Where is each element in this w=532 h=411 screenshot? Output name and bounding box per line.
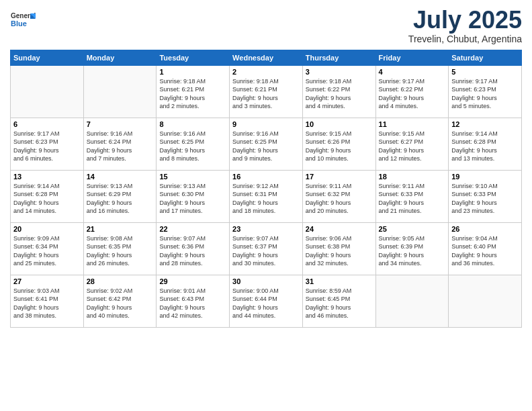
day-info: Sunrise: 9:15 AM Sunset: 6:26 PM Dayligh…: [306, 130, 373, 163]
calendar-week-row: 13Sunrise: 9:14 AM Sunset: 6:28 PM Dayli…: [11, 170, 522, 222]
day-number: 8: [159, 120, 226, 128]
logo: General Blue: [10, 7, 38, 32]
day-number: 30: [232, 277, 300, 285]
table-row: 21Sunrise: 9:08 AM Sunset: 6:35 PM Dayli…: [83, 222, 157, 275]
table-row: [449, 275, 522, 327]
day-number: 3: [306, 68, 373, 76]
table-row: 25Sunrise: 9:05 AM Sunset: 6:39 PM Dayli…: [375, 222, 449, 275]
table-row: 29Sunrise: 9:01 AM Sunset: 6:43 PM Dayli…: [157, 275, 230, 327]
day-info: Sunrise: 9:14 AM Sunset: 6:28 PM Dayligh…: [13, 182, 81, 216]
table-row: 9Sunrise: 9:16 AM Sunset: 6:25 PM Daylig…: [230, 118, 303, 170]
col-sunday: Sunday: [11, 50, 84, 65]
table-row: 20Sunrise: 9:09 AM Sunset: 6:34 PM Dayli…: [11, 222, 84, 275]
day-number: 19: [451, 173, 519, 181]
table-row: 13Sunrise: 9:14 AM Sunset: 6:28 PM Dayli…: [11, 170, 84, 222]
col-saturday: Saturday: [449, 50, 522, 65]
table-row: 28Sunrise: 9:02 AM Sunset: 6:42 PM Dayli…: [83, 275, 157, 327]
calendar-week-row: 20Sunrise: 9:09 AM Sunset: 6:34 PM Dayli…: [11, 222, 522, 275]
calendar-week-row: 27Sunrise: 9:03 AM Sunset: 6:41 PM Dayli…: [11, 275, 522, 327]
day-info: Sunrise: 9:18 AM Sunset: 6:22 PM Dayligh…: [306, 77, 373, 111]
location-title: Trevelin, Chubut, Argentina: [408, 34, 522, 44]
day-number: 17: [306, 173, 373, 181]
table-row: [83, 65, 157, 118]
col-wednesday: Wednesday: [230, 50, 303, 65]
day-number: 29: [159, 277, 226, 285]
table-row: [11, 65, 84, 118]
day-info: Sunrise: 9:05 AM Sunset: 6:39 PM Dayligh…: [379, 234, 446, 268]
table-row: 19Sunrise: 9:10 AM Sunset: 6:33 PM Dayli…: [449, 170, 522, 222]
table-row: 6Sunrise: 9:17 AM Sunset: 6:23 PM Daylig…: [11, 118, 84, 170]
day-info: Sunrise: 9:16 AM Sunset: 6:25 PM Dayligh…: [159, 130, 226, 163]
day-info: Sunrise: 8:59 AM Sunset: 6:45 PM Dayligh…: [306, 287, 373, 320]
table-row: 30Sunrise: 9:00 AM Sunset: 6:44 PM Dayli…: [230, 275, 303, 327]
day-number: 31: [306, 277, 373, 285]
table-row: 23Sunrise: 9:07 AM Sunset: 6:37 PM Dayli…: [230, 222, 303, 275]
day-number: 16: [232, 173, 300, 181]
day-number: 11: [379, 120, 446, 128]
table-row: 22Sunrise: 9:07 AM Sunset: 6:36 PM Dayli…: [157, 222, 230, 275]
day-number: 2: [232, 68, 300, 76]
table-row: 27Sunrise: 9:03 AM Sunset: 6:41 PM Dayli…: [11, 275, 84, 327]
day-info: Sunrise: 9:18 AM Sunset: 6:21 PM Dayligh…: [159, 77, 226, 111]
day-number: 10: [306, 120, 373, 128]
table-row: 3Sunrise: 9:18 AM Sunset: 6:22 PM Daylig…: [302, 65, 375, 118]
day-info: Sunrise: 9:11 AM Sunset: 6:32 PM Dayligh…: [306, 182, 373, 216]
day-info: Sunrise: 9:11 AM Sunset: 6:33 PM Dayligh…: [379, 182, 446, 216]
day-info: Sunrise: 9:03 AM Sunset: 6:41 PM Dayligh…: [13, 287, 81, 320]
page: General Blue July 2025 Trevelin, Chubut,…: [0, 0, 532, 411]
day-number: 22: [159, 225, 226, 233]
day-number: 5: [451, 68, 519, 76]
day-number: 15: [159, 173, 226, 181]
day-number: 27: [13, 277, 81, 285]
day-info: Sunrise: 9:18 AM Sunset: 6:21 PM Dayligh…: [232, 77, 300, 111]
table-row: 17Sunrise: 9:11 AM Sunset: 6:32 PM Dayli…: [302, 170, 375, 222]
col-monday: Monday: [83, 50, 157, 65]
day-number: 13: [13, 173, 81, 181]
day-number: 12: [451, 120, 519, 128]
day-info: Sunrise: 9:06 AM Sunset: 6:38 PM Dayligh…: [306, 234, 373, 268]
table-row: [375, 275, 449, 327]
col-tuesday: Tuesday: [157, 50, 230, 65]
month-title: July 2025: [408, 7, 522, 34]
day-number: 25: [379, 225, 446, 233]
day-info: Sunrise: 9:00 AM Sunset: 6:44 PM Dayligh…: [232, 287, 300, 320]
day-info: Sunrise: 9:13 AM Sunset: 6:29 PM Dayligh…: [87, 182, 154, 216]
day-number: 4: [379, 68, 446, 76]
day-info: Sunrise: 9:17 AM Sunset: 6:22 PM Dayligh…: [379, 77, 446, 111]
day-info: Sunrise: 9:15 AM Sunset: 6:27 PM Dayligh…: [379, 130, 446, 163]
table-row: 5Sunrise: 9:17 AM Sunset: 6:23 PM Daylig…: [449, 65, 522, 118]
table-row: 12Sunrise: 9:14 AM Sunset: 6:28 PM Dayli…: [449, 118, 522, 170]
day-number: 7: [87, 120, 154, 128]
day-number: 14: [87, 173, 154, 181]
table-row: 7Sunrise: 9:16 AM Sunset: 6:24 PM Daylig…: [83, 118, 157, 170]
day-info: Sunrise: 9:17 AM Sunset: 6:23 PM Dayligh…: [13, 130, 81, 163]
day-number: 24: [306, 225, 373, 233]
day-info: Sunrise: 9:08 AM Sunset: 6:35 PM Dayligh…: [87, 234, 154, 268]
day-info: Sunrise: 9:16 AM Sunset: 6:24 PM Dayligh…: [87, 130, 154, 163]
day-number: 21: [87, 225, 154, 233]
day-info: Sunrise: 9:09 AM Sunset: 6:34 PM Dayligh…: [13, 234, 81, 268]
day-number: 9: [232, 120, 300, 128]
table-row: 11Sunrise: 9:15 AM Sunset: 6:27 PM Dayli…: [375, 118, 449, 170]
day-info: Sunrise: 9:12 AM Sunset: 6:31 PM Dayligh…: [232, 182, 300, 216]
table-row: 1Sunrise: 9:18 AM Sunset: 6:21 PM Daylig…: [157, 65, 230, 118]
col-friday: Friday: [375, 50, 449, 65]
title-area: July 2025 Trevelin, Chubut, Argentina: [408, 7, 522, 44]
day-info: Sunrise: 9:07 AM Sunset: 6:36 PM Dayligh…: [159, 234, 226, 268]
calendar-table: Sunday Monday Tuesday Wednesday Thursday…: [10, 50, 522, 328]
table-row: 15Sunrise: 9:13 AM Sunset: 6:30 PM Dayli…: [157, 170, 230, 222]
day-info: Sunrise: 9:10 AM Sunset: 6:33 PM Dayligh…: [451, 182, 519, 216]
table-row: 2Sunrise: 9:18 AM Sunset: 6:21 PM Daylig…: [230, 65, 303, 118]
day-number: 23: [232, 225, 300, 233]
day-info: Sunrise: 9:14 AM Sunset: 6:28 PM Dayligh…: [451, 130, 519, 163]
day-info: Sunrise: 9:16 AM Sunset: 6:25 PM Dayligh…: [232, 130, 300, 163]
table-row: 26Sunrise: 9:04 AM Sunset: 6:40 PM Dayli…: [449, 222, 522, 275]
day-info: Sunrise: 9:02 AM Sunset: 6:42 PM Dayligh…: [87, 287, 154, 320]
day-number: 18: [379, 173, 446, 181]
table-row: 18Sunrise: 9:11 AM Sunset: 6:33 PM Dayli…: [375, 170, 449, 222]
calendar-week-row: 6Sunrise: 9:17 AM Sunset: 6:23 PM Daylig…: [11, 118, 522, 170]
svg-text:Blue: Blue: [11, 19, 27, 28]
table-row: 4Sunrise: 9:17 AM Sunset: 6:22 PM Daylig…: [375, 65, 449, 118]
day-number: 28: [87, 277, 154, 285]
header: General Blue July 2025 Trevelin, Chubut,…: [10, 7, 522, 44]
